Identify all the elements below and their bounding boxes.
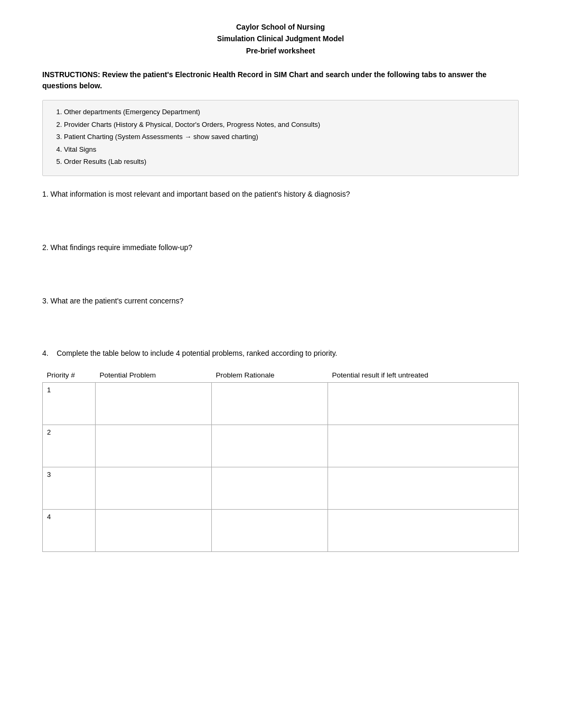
list-item: Vital Signs [64,144,508,155]
potential-problem-cell[interactable] [96,382,212,425]
question-3-number: 3. [42,297,49,305]
potential-result-cell[interactable] [328,425,519,467]
question-2-number: 2. [42,243,49,252]
priority-number-cell: 3 [43,467,96,509]
list-item: Other departments (Emergency Department) [64,107,508,117]
table-row: 2 [43,425,519,467]
instructions-text: INSTRUCTIONS: Review the patient's Elect… [42,69,519,91]
question-4-body: Complete the table below to include 4 po… [57,349,337,357]
tabs-list: Other departments (Emergency Department)… [64,107,508,167]
header-line1: Caylor School of Nursing [42,21,519,33]
question-1-text: 1. What information is most relevant and… [42,189,519,200]
potential-problem-cell[interactable] [96,467,212,509]
question-1-block: 1. What information is most relevant and… [42,189,519,200]
potential-result-cell[interactable] [328,467,519,509]
question-1-body: What information is most relevant and im… [51,190,350,198]
table-row: 1 [43,382,519,425]
question-3-block: 3. What are the patient's current concer… [42,296,519,307]
priority-number-cell: 2 [43,425,96,467]
header-line2: Simulation Clinical Judgment Model [42,33,519,44]
list-item: Patient Charting (System Assessments → s… [64,132,508,142]
question-2-block: 2. What findings require immediate follo… [42,242,519,253]
priority-number-cell: 1 [43,382,96,425]
question-4-number: 4. [42,349,49,357]
table-header-rationale: Problem Rationale [212,368,328,383]
potential-problem-cell[interactable] [96,509,212,551]
problem-rationale-cell[interactable] [212,467,328,509]
table-row: 3 [43,467,519,509]
table-header-result: Potential result if left untreated [328,368,519,383]
question-4-text: 4. Complete the table below to include 4… [42,349,519,357]
list-item: Provider Charts (History & Physical, Doc… [64,119,508,130]
problem-rationale-cell[interactable] [212,509,328,551]
priority-number-cell: 4 [43,509,96,551]
tabs-box: Other departments (Emergency Department)… [42,100,519,176]
question-4-block: 4. Complete the table below to include 4… [42,349,519,357]
table-row: 4 [43,509,519,551]
question-3-body: What are the patient's current concerns? [51,297,184,305]
question-1-number: 1. [42,190,49,198]
header-line3: Pre-brief worksheet [42,45,519,57]
potential-result-cell[interactable] [328,382,519,425]
page-header: Caylor School of Nursing Simulation Clin… [42,21,519,57]
problem-rationale-cell[interactable] [212,382,328,425]
potential-result-cell[interactable] [328,509,519,551]
question-2-text: 2. What findings require immediate follo… [42,242,519,253]
potential-problem-cell[interactable] [96,425,212,467]
table-header-problem: Potential Problem [96,368,212,383]
table-header-priority: Priority # [43,368,96,383]
question-2-body: What findings require immediate follow-u… [51,243,192,252]
problem-rationale-cell[interactable] [212,425,328,467]
priority-table: Priority # Potential Problem Problem Rat… [42,368,519,552]
list-item: Order Results (Lab results) [64,156,508,167]
question-3-text: 3. What are the patient's current concer… [42,296,519,307]
